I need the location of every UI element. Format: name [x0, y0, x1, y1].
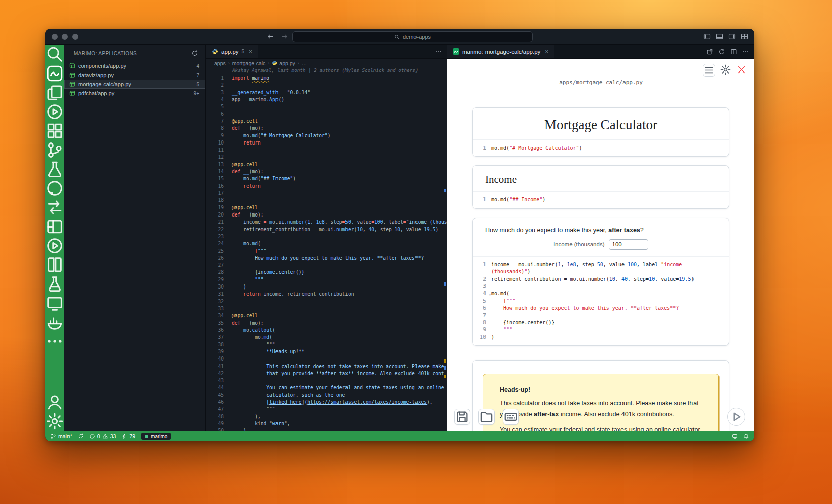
sidebar-file-list: components/app.py4dataviz/app.py7mortgag… — [64, 61, 205, 98]
line-content: f""" — [224, 248, 266, 255]
breadcrumb-item[interactable]: … — [302, 60, 307, 66]
line-content: calculator, such as the one — [224, 392, 345, 399]
compare-icon[interactable] — [45, 198, 64, 217]
toggle-panel-icon[interactable] — [716, 33, 723, 40]
line-content: mo.md("## Income") — [486, 196, 545, 203]
gear-icon[interactable] — [720, 64, 731, 76]
tab-app-py[interactable]: app.py 5 × — [206, 45, 258, 58]
toggle-sidebar-icon[interactable] — [703, 33, 711, 40]
line-content — [224, 154, 232, 161]
line-content: income = mo.ui.number(1, 1e8, step=50, v… — [224, 219, 447, 226]
source-control-icon[interactable] — [45, 140, 64, 160]
line-content — [224, 298, 232, 305]
line-number: 41 — [206, 363, 224, 370]
line-content — [224, 103, 232, 110]
line-content: return income, retirement_contribution — [224, 291, 354, 298]
run-preview-icon[interactable] — [45, 102, 64, 121]
split-editor-icon[interactable] — [730, 48, 737, 55]
line-number: 40 — [206, 355, 224, 363]
account-icon[interactable] — [45, 393, 64, 412]
activity-bar — [45, 45, 64, 431]
refresh-icon[interactable] — [191, 50, 198, 57]
more-actions-icon[interactable] — [742, 48, 749, 55]
branch-indicator[interactable]: main* — [50, 433, 72, 439]
sidebar-item-components[interactable]: components/app.py4 — [64, 61, 205, 70]
sidebar-item-mortgage-calc[interactable]: mortgage-calc/app.py5 — [64, 80, 205, 89]
editor-line: 16 return — [206, 183, 447, 190]
line-content: mo.md("# Mortgage Calculator") — [224, 132, 330, 139]
zoom-window-button[interactable] — [72, 34, 78, 40]
callout-paragraph: This calculator does not take taxes into… — [500, 398, 702, 420]
line-number: 15 — [206, 175, 224, 182]
menu-icon[interactable] — [703, 64, 715, 77]
line-content — [224, 305, 232, 312]
window-icon[interactable] — [45, 294, 64, 313]
test-flask-icon[interactable] — [45, 274, 64, 294]
sidebar-item-pdfchat[interactable]: pdfchat/app.py9+ — [64, 89, 205, 98]
breadcrumb-item[interactable]: mortgage-calc — [232, 60, 266, 66]
bell-icon[interactable] — [743, 433, 749, 439]
editor-line: 21 income = mo.ui.number(1, 1e8, step=50… — [206, 219, 447, 226]
search-icon[interactable] — [45, 45, 64, 64]
warning-icon — [102, 433, 108, 439]
github-icon[interactable] — [45, 179, 64, 198]
close-icon[interactable] — [736, 64, 747, 76]
run-circle-icon[interactable] — [45, 236, 64, 255]
line-number: 29 — [206, 276, 224, 283]
sync-button[interactable] — [78, 433, 84, 439]
editor-line: 15 mo.md("## Income") — [206, 175, 447, 182]
marimo-apps-icon[interactable] — [45, 64, 64, 83]
back-icon[interactable] — [267, 33, 274, 40]
line-content: {income.center()} — [224, 269, 304, 276]
minimize-window-button[interactable] — [62, 34, 68, 40]
run-button[interactable] — [727, 408, 745, 426]
line-number: 32 — [206, 298, 224, 305]
copy-files-icon[interactable] — [45, 83, 64, 102]
income-input[interactable] — [609, 239, 648, 250]
tab-marimo-webview[interactable]: marimo: mortgage-calc/app.py × — [447, 45, 554, 58]
keyboard-shortcuts-button[interactable] — [503, 409, 519, 425]
close-tab-icon[interactable]: × — [545, 48, 548, 55]
bolt-indicator[interactable]: 79 — [121, 433, 135, 439]
line-content: (thousands)") — [486, 268, 530, 275]
cell-code[interactable]: 1income = mo.ui.number(1, 1e8, step=50, … — [473, 257, 729, 345]
cell-code[interactable]: 1mo.md("# Mortgage Calculator") — [473, 140, 729, 156]
close-window-button[interactable] — [52, 34, 58, 40]
customize-layout-icon[interactable] — [741, 33, 748, 40]
save-button[interactable] — [454, 409, 470, 425]
remote-window-icon[interactable] — [732, 433, 738, 439]
more-icon[interactable] — [45, 332, 64, 351]
book-icon[interactable] — [45, 255, 64, 274]
close-tab-icon[interactable]: × — [249, 48, 252, 55]
line-number: 49 — [206, 420, 224, 427]
marimo-icon — [453, 48, 459, 55]
app-file-icon — [69, 90, 75, 96]
cell-code[interactable]: 1mo.md("## Income") — [473, 192, 729, 208]
reload-icon[interactable] — [718, 48, 725, 55]
open-preview-icon[interactable] — [706, 48, 713, 55]
code-editor[interactable]: 1import marimo23__generated_with = "0.0.… — [206, 75, 447, 431]
search-icon — [394, 34, 400, 40]
line-number: 30 — [206, 283, 224, 291]
line-number: 22 — [206, 226, 224, 233]
more-actions-icon[interactable] — [435, 48, 442, 55]
line-content: [linked here](https://smartasset.com/tax… — [224, 399, 433, 406]
toggle-secondary-sidebar-icon[interactable] — [728, 33, 736, 40]
layout-icon[interactable] — [45, 217, 64, 236]
command-center[interactable]: demo-apps — [292, 31, 533, 42]
settings-icon[interactable] — [45, 412, 64, 431]
problems-indicator[interactable]: 0 33 — [89, 433, 116, 439]
breadcrumb-item[interactable]: apps — [214, 60, 226, 66]
line-content: mo.callout( — [224, 327, 275, 334]
marimo-status-badge[interactable]: marimo — [141, 433, 171, 440]
fold-icon[interactable]: ⌄ — [489, 291, 491, 298]
editor-line: 37 mo.md( — [206, 334, 447, 341]
extensions-icon[interactable] — [45, 121, 64, 140]
docker-icon[interactable] — [45, 313, 64, 332]
sidebar-item-dataviz[interactable]: dataviz/app.py7 — [64, 70, 205, 80]
breadcrumb-item[interactable]: app.py — [272, 60, 295, 66]
forward-icon[interactable] — [281, 33, 288, 40]
beaker-icon[interactable] — [45, 160, 64, 179]
folder-button[interactable] — [478, 409, 495, 425]
line-number: 31 — [206, 291, 224, 298]
